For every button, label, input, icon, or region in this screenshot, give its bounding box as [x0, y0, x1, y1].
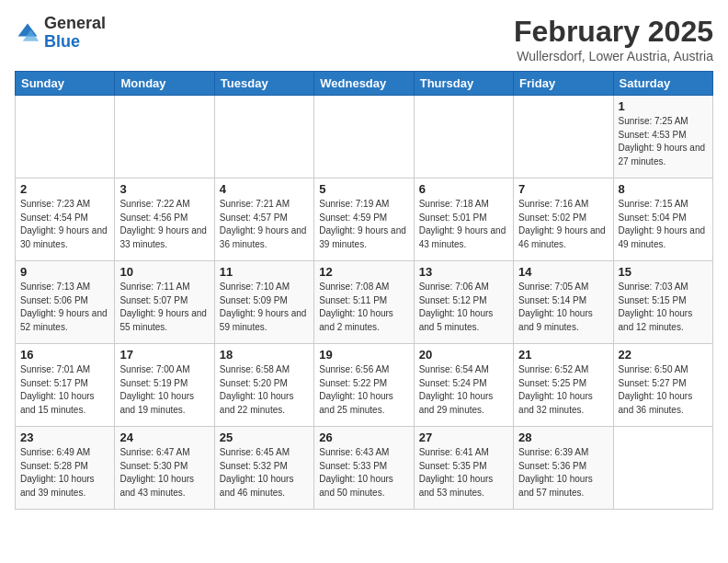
calendar-cell: 3Sunrise: 7:22 AM Sunset: 4:56 PM Daylig…	[115, 178, 214, 261]
calendar-cell	[214, 96, 313, 178]
day-number: 2	[20, 182, 109, 196]
calendar-cell: 7Sunrise: 7:16 AM Sunset: 5:02 PM Daylig…	[514, 178, 613, 261]
day-info: Sunrise: 6:56 AM Sunset: 5:22 PM Dayligh…	[319, 363, 408, 417]
day-number: 8	[619, 182, 708, 196]
title-block: February 2025 Wullersdorf, Lower Austria…	[514, 15, 713, 63]
day-number: 22	[619, 348, 708, 362]
day-info: Sunrise: 7:21 AM Sunset: 4:57 PM Dayligh…	[220, 198, 309, 251]
logo-general-text: General	[44, 15, 106, 33]
day-info: Sunrise: 6:43 AM Sunset: 5:33 PM Dayligh…	[319, 446, 408, 500]
day-number: 21	[518, 348, 608, 362]
calendar-cell: 22Sunrise: 6:50 AM Sunset: 5:27 PM Dayli…	[613, 344, 712, 427]
day-info: Sunrise: 7:08 AM Sunset: 5:11 PM Dayligh…	[319, 281, 408, 334]
day-number: 10	[119, 265, 209, 279]
calendar-cell: 2Sunrise: 7:23 AM Sunset: 4:54 PM Daylig…	[16, 178, 115, 261]
day-number: 23	[20, 431, 109, 444]
calendar-cell: 27Sunrise: 6:41 AM Sunset: 5:35 PM Dayli…	[414, 427, 513, 510]
day-number: 13	[419, 265, 508, 279]
day-info: Sunrise: 6:45 AM Sunset: 5:32 PM Dayligh…	[220, 446, 309, 500]
calendar-cell	[16, 96, 115, 178]
calendar-cell	[115, 96, 214, 178]
calendar-cell: 13Sunrise: 7:06 AM Sunset: 5:12 PM Dayli…	[414, 261, 513, 344]
day-number: 12	[319, 265, 408, 279]
calendar-cell: 4Sunrise: 7:21 AM Sunset: 4:57 PM Daylig…	[214, 178, 313, 261]
calendar-cell: 14Sunrise: 7:05 AM Sunset: 5:14 PM Dayli…	[514, 261, 613, 344]
day-info: Sunrise: 6:47 AM Sunset: 5:30 PM Dayligh…	[119, 446, 209, 500]
calendar-cell: 19Sunrise: 6:56 AM Sunset: 5:22 PM Dayli…	[314, 344, 414, 427]
day-info: Sunrise: 6:41 AM Sunset: 5:35 PM Dayligh…	[419, 446, 508, 500]
day-number: 14	[518, 265, 608, 279]
logo: General Blue	[15, 15, 106, 52]
calendar-cell: 25Sunrise: 6:45 AM Sunset: 5:32 PM Dayli…	[214, 427, 313, 510]
logo-icon	[15, 20, 40, 46]
day-info: Sunrise: 6:58 AM Sunset: 5:20 PM Dayligh…	[220, 363, 309, 417]
day-number: 1	[619, 99, 708, 113]
day-info: Sunrise: 6:39 AM Sunset: 5:36 PM Dayligh…	[518, 446, 608, 500]
day-number: 7	[518, 182, 608, 196]
calendar-cell: 9Sunrise: 7:13 AM Sunset: 5:06 PM Daylig…	[16, 261, 115, 344]
calendar-cell	[613, 427, 712, 510]
day-number: 24	[119, 431, 209, 444]
day-info: Sunrise: 7:22 AM Sunset: 4:56 PM Dayligh…	[119, 198, 209, 251]
calendar-cell: 6Sunrise: 7:18 AM Sunset: 5:01 PM Daylig…	[414, 178, 513, 261]
calendar-cell: 24Sunrise: 6:47 AM Sunset: 5:30 PM Dayli…	[115, 427, 214, 510]
calendar-week-2: 2Sunrise: 7:23 AM Sunset: 4:54 PM Daylig…	[16, 178, 713, 261]
calendar-cell: 20Sunrise: 6:54 AM Sunset: 5:24 PM Dayli…	[414, 344, 513, 427]
weekday-header-saturday: Saturday	[613, 72, 712, 96]
weekday-header-wednesday: Wednesday	[314, 72, 414, 96]
day-number: 9	[20, 265, 109, 279]
calendar-cell	[514, 96, 613, 178]
weekday-header-thursday: Thursday	[414, 72, 513, 96]
day-info: Sunrise: 6:54 AM Sunset: 5:24 PM Dayligh…	[419, 363, 508, 417]
weekday-header-tuesday: Tuesday	[214, 72, 313, 96]
day-info: Sunrise: 7:03 AM Sunset: 5:15 PM Dayligh…	[619, 281, 708, 334]
calendar-cell	[414, 96, 513, 178]
weekday-header-sunday: Sunday	[16, 72, 115, 96]
day-number: 19	[319, 348, 408, 362]
calendar-cell: 26Sunrise: 6:43 AM Sunset: 5:33 PM Dayli…	[314, 427, 414, 510]
day-number: 15	[619, 265, 708, 279]
calendar-cell: 1Sunrise: 7:25 AM Sunset: 4:53 PM Daylig…	[613, 96, 712, 178]
location-subtitle: Wullersdorf, Lower Austria, Austria	[514, 49, 713, 63]
day-info: Sunrise: 7:10 AM Sunset: 5:09 PM Dayligh…	[220, 281, 309, 334]
weekday-header-friday: Friday	[514, 72, 613, 96]
day-number: 16	[20, 348, 109, 362]
day-info: Sunrise: 7:15 AM Sunset: 5:04 PM Dayligh…	[619, 198, 708, 251]
day-info: Sunrise: 7:25 AM Sunset: 4:53 PM Dayligh…	[619, 115, 708, 168]
calendar-cell: 21Sunrise: 6:52 AM Sunset: 5:25 PM Dayli…	[514, 344, 613, 427]
day-info: Sunrise: 7:11 AM Sunset: 5:07 PM Dayligh…	[119, 281, 209, 334]
day-number: 25	[220, 431, 309, 444]
calendar-cell: 28Sunrise: 6:39 AM Sunset: 5:36 PM Dayli…	[514, 427, 613, 510]
day-info: Sunrise: 7:18 AM Sunset: 5:01 PM Dayligh…	[419, 198, 508, 251]
weekday-row: SundayMondayTuesdayWednesdayThursdayFrid…	[16, 72, 713, 96]
day-number: 5	[319, 182, 408, 196]
day-number: 18	[220, 348, 309, 362]
calendar-cell: 18Sunrise: 6:58 AM Sunset: 5:20 PM Dayli…	[214, 344, 313, 427]
day-info: Sunrise: 7:06 AM Sunset: 5:12 PM Dayligh…	[419, 281, 508, 334]
calendar-cell: 11Sunrise: 7:10 AM Sunset: 5:09 PM Dayli…	[214, 261, 313, 344]
weekday-header-monday: Monday	[115, 72, 214, 96]
calendar-week-1: 1Sunrise: 7:25 AM Sunset: 4:53 PM Daylig…	[16, 96, 713, 178]
calendar-table: SundayMondayTuesdayWednesdayThursdayFrid…	[15, 71, 713, 510]
day-info: Sunrise: 7:13 AM Sunset: 5:06 PM Dayligh…	[20, 281, 109, 334]
day-number: 27	[419, 431, 508, 444]
month-title: February 2025	[514, 15, 713, 49]
calendar-cell: 12Sunrise: 7:08 AM Sunset: 5:11 PM Dayli…	[314, 261, 414, 344]
calendar-cell	[314, 96, 414, 178]
day-number: 3	[119, 182, 209, 196]
calendar-header: SundayMondayTuesdayWednesdayThursdayFrid…	[16, 72, 713, 96]
day-info: Sunrise: 7:01 AM Sunset: 5:17 PM Dayligh…	[20, 363, 109, 417]
day-info: Sunrise: 7:23 AM Sunset: 4:54 PM Dayligh…	[20, 198, 109, 251]
logo-blue-text: Blue	[44, 33, 106, 52]
day-info: Sunrise: 7:05 AM Sunset: 5:14 PM Dayligh…	[518, 281, 608, 334]
calendar-cell: 8Sunrise: 7:15 AM Sunset: 5:04 PM Daylig…	[613, 178, 712, 261]
calendar-body: 1Sunrise: 7:25 AM Sunset: 4:53 PM Daylig…	[16, 96, 713, 510]
calendar-cell: 17Sunrise: 7:00 AM Sunset: 5:19 PM Dayli…	[115, 344, 214, 427]
calendar-cell: 16Sunrise: 7:01 AM Sunset: 5:17 PM Dayli…	[16, 344, 115, 427]
day-info: Sunrise: 7:19 AM Sunset: 4:59 PM Dayligh…	[319, 198, 408, 251]
calendar-week-5: 23Sunrise: 6:49 AM Sunset: 5:28 PM Dayli…	[16, 427, 713, 510]
page-header: General Blue February 2025 Wullersdorf, …	[15, 15, 713, 63]
calendar-cell: 5Sunrise: 7:19 AM Sunset: 4:59 PM Daylig…	[314, 178, 414, 261]
calendar-cell: 10Sunrise: 7:11 AM Sunset: 5:07 PM Dayli…	[115, 261, 214, 344]
day-info: Sunrise: 7:00 AM Sunset: 5:19 PM Dayligh…	[119, 363, 209, 417]
